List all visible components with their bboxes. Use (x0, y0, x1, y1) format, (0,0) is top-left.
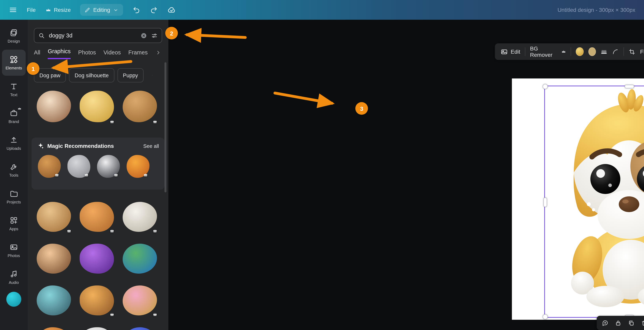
search-result-thumb[interactable] (120, 241, 160, 276)
search-box (34, 28, 162, 43)
search-result-thumb[interactable] (120, 283, 160, 318)
sidebar-item-apps[interactable]: Apps (2, 210, 26, 236)
magic-recommendations-grid (37, 154, 159, 178)
sidebar-item-photos[interactable]: Photos (2, 237, 26, 263)
filters-icon[interactable] (151, 32, 158, 39)
sidebar-item-audio[interactable]: Audio (2, 264, 26, 290)
uploads-icon (10, 136, 18, 144)
clear-search-icon[interactable] (140, 32, 147, 39)
color-swatch-2[interactable] (588, 47, 596, 56)
chip-dog-silhouette[interactable]: Dog silhouette (69, 68, 114, 82)
thumb-image (123, 244, 157, 274)
sidebar-item-design[interactable]: Design (2, 23, 26, 49)
sidebar-item-projects[interactable]: Projects (2, 184, 26, 210)
sidebar-item-uploads[interactable]: Uploads (2, 130, 26, 156)
thumb-image (80, 244, 114, 274)
magic-recommendations-card: Magic Recommendations See all (32, 138, 164, 190)
undo-button[interactable] (132, 6, 140, 14)
edit-label: Edit (511, 48, 520, 55)
search-result-thumb[interactable] (34, 324, 74, 330)
thumb-image (123, 90, 157, 122)
sidebar-rail: DesignElementsTextBrandUploadsToolsProje… (0, 20, 28, 330)
chips-overflow-chevron-icon[interactable] (147, 69, 158, 82)
curve-icon[interactable] (612, 48, 619, 56)
sidebar-item-tools[interactable]: Tools (2, 157, 26, 183)
resize-button[interactable]: Resize (45, 7, 71, 13)
editing-mode-label: Editing (93, 7, 110, 13)
panel-scrollbar[interactable] (164, 62, 166, 192)
search-result-thumb[interactable] (77, 88, 117, 126)
rail-bottom-avatar[interactable] (6, 292, 21, 307)
thumb-image (37, 90, 71, 122)
search-result-thumb[interactable] (34, 88, 74, 126)
search-result-thumb[interactable] (77, 241, 117, 276)
selected-dog-element[interactable] (546, 88, 644, 316)
tab-frames[interactable]: Frames (128, 49, 148, 59)
pro-crown-icon (152, 119, 158, 124)
lock-element-icon[interactable] (615, 320, 622, 326)
stroke-weight-icon[interactable] (601, 48, 608, 56)
flip-button[interactable]: Flip (640, 48, 644, 55)
magic-recommendations-title: Magic Recommendations (47, 143, 114, 149)
file-menu-button[interactable]: File (27, 7, 36, 13)
sidebar-item-label: Uploads (6, 146, 21, 150)
text-icon (10, 82, 18, 91)
divider (571, 47, 571, 56)
pro-crown-icon (143, 172, 148, 178)
chip-dog-paw[interactable]: Dog paw (34, 68, 66, 82)
selection-corner-handle-tl[interactable] (543, 84, 548, 89)
pencil-icon (84, 7, 90, 13)
sidebar-item-brand[interactable]: Brand (2, 103, 26, 129)
tab-graphics[interactable]: Graphics (48, 48, 70, 59)
search-result-thumb[interactable] (37, 154, 62, 178)
selection-corner-handle-bl[interactable] (543, 314, 548, 319)
search-result-thumb[interactable] (126, 154, 150, 178)
delete-element-icon[interactable] (641, 320, 644, 326)
tabs-overflow-chevron-icon[interactable] (155, 50, 161, 56)
edit-image-button[interactable]: Edit (500, 48, 520, 56)
search-result-thumb[interactable] (34, 283, 74, 318)
tab-photos[interactable]: Photos (78, 49, 96, 59)
elements-panel: AllGraphicsPhotosVideosFrames Dog pawDog… (28, 20, 168, 330)
thumb-image (123, 327, 157, 330)
bg-remover-button[interactable]: BG Remover (530, 45, 566, 58)
redo-button[interactable] (150, 6, 158, 14)
pro-crown-icon (45, 7, 51, 13)
divider (624, 47, 624, 56)
search-input[interactable] (48, 32, 137, 39)
selection-edge-handle-top[interactable] (625, 85, 634, 88)
hamburger-menu-icon[interactable] (9, 6, 17, 14)
see-all-link[interactable]: See all (143, 143, 159, 149)
pro-crown-icon (113, 172, 119, 178)
pro-crown-icon (17, 106, 22, 111)
search-result-thumb[interactable] (77, 324, 117, 330)
audio-icon (10, 270, 18, 278)
tab-videos[interactable]: Videos (104, 49, 121, 59)
projects-icon (10, 189, 18, 198)
search-result-thumb[interactable] (34, 199, 74, 234)
editing-mode-dropdown[interactable]: Editing (80, 4, 123, 16)
selection-edge-handle-left[interactable] (544, 197, 547, 207)
search-result-thumb[interactable] (96, 154, 121, 178)
thumb-image (123, 202, 157, 232)
search-result-thumb[interactable] (67, 154, 91, 178)
search-result-thumb[interactable] (120, 199, 160, 234)
top-menu-bar: File Resize Editing Untitled design - 30… (0, 0, 644, 20)
tab-all[interactable]: All (34, 49, 40, 59)
search-result-thumb[interactable] (120, 88, 160, 126)
duplicate-element-icon[interactable] (628, 320, 634, 326)
pro-crown-icon (561, 49, 566, 54)
chip-puppy[interactable]: Puppy (117, 68, 144, 82)
brand-icon (10, 109, 18, 118)
design-title[interactable]: Untitled design - 300px × 300px (558, 7, 635, 13)
canva-editor: File Resize Editing Untitled design - 30… (0, 0, 644, 330)
sidebar-item-text[interactable]: Text (2, 76, 26, 102)
search-result-thumb[interactable] (77, 283, 117, 318)
crop-icon[interactable] (628, 48, 635, 56)
search-result-thumb[interactable] (77, 199, 117, 234)
comment-icon[interactable] (602, 320, 608, 326)
color-swatch-1[interactable] (576, 47, 584, 56)
search-result-thumb[interactable] (34, 241, 74, 276)
sidebar-item-elements[interactable]: Elements (2, 50, 26, 76)
search-result-thumb[interactable] (120, 324, 160, 330)
